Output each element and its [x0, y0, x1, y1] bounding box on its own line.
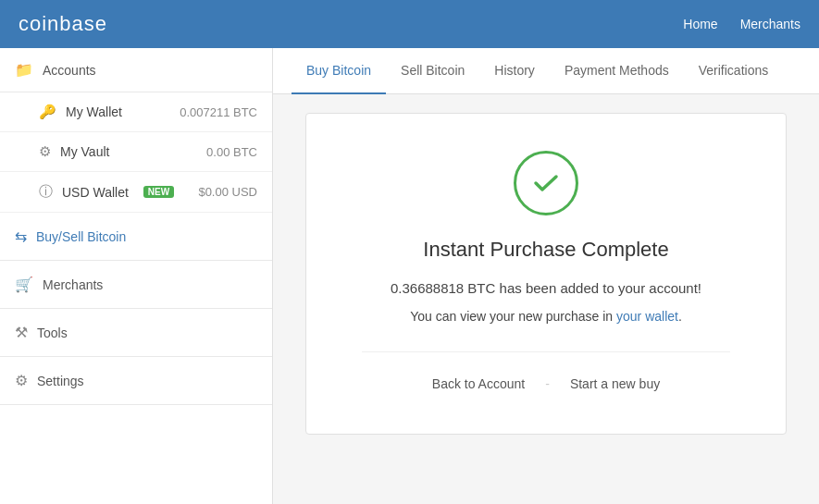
settings-icon: ⚙ [15, 372, 28, 389]
back-to-account-button[interactable]: Back to Account [423, 371, 534, 397]
sidebar-item-tools[interactable]: ⚒ Tools [0, 309, 272, 357]
usd-wallet-value: $0.00 USD [198, 185, 257, 199]
sidebar-item-vault[interactable]: ⚙ My Vault 0.00 BTC [0, 132, 272, 172]
success-icon [514, 151, 578, 215]
sub-message-end: . [678, 309, 682, 324]
card-message: 0.36688818 BTC has been added to your ac… [362, 278, 730, 300]
card-sub-message: You can view your new purchase in your w… [362, 309, 730, 324]
tab-verifications[interactable]: Verifications [684, 48, 783, 94]
usd-wallet-label: USD Wallet [62, 185, 129, 200]
tab-buy-bitcoin[interactable]: Buy Bitcoin [292, 48, 386, 94]
new-badge: NEW [143, 186, 174, 198]
wallet-label: My Wallet [66, 104, 122, 119]
accounts-label: Accounts [43, 63, 96, 78]
checkmark-icon [529, 166, 563, 200]
vault-icon: ⚙ [39, 143, 51, 160]
sidebar-item-merchants[interactable]: 🛒 Merchants [0, 261, 272, 309]
tab-payment-methods[interactable]: Payment Methods [550, 48, 684, 94]
main-content: Buy Bitcoin Sell Bitcoin History Payment… [273, 48, 819, 504]
settings-label: Settings [37, 374, 84, 388]
sidebar-item-wallet[interactable]: 🔑 My Wallet 0.007211 BTC [0, 92, 272, 132]
buy-sell-label: Buy/Sell Bitcoin [36, 229, 126, 244]
usd-icon: ⓘ [39, 183, 53, 201]
sub-message-text: You can view your new purchase in [410, 309, 616, 324]
start-new-buy-button[interactable]: Start a new buy [561, 371, 669, 397]
sidebar-item-settings[interactable]: ⚙ Settings [0, 357, 272, 405]
sidebar-item-buy-sell[interactable]: ⇆ Buy/Sell Bitcoin [0, 213, 272, 261]
wallet-value: 0.007211 BTC [180, 105, 257, 119]
logo: coinbase [19, 12, 107, 36]
tabs-bar: Buy Bitcoin Sell Bitcoin History Payment… [273, 48, 819, 94]
vault-label: My Vault [60, 144, 109, 159]
sidebar: 📁 Accounts 🔑 My Wallet 0.007211 BTC ⚙ My… [0, 48, 273, 504]
content-area: Instant Purchase Complete 0.36688818 BTC… [273, 94, 819, 504]
sidebar-item-usd-wallet[interactable]: ⓘ USD Wallet NEW $0.00 USD [0, 172, 272, 213]
merchants-label: Merchants [43, 277, 103, 292]
sidebar-accounts-header: 📁 Accounts [0, 48, 272, 92]
vault-value: 0.00 BTC [206, 145, 257, 159]
success-card: Instant Purchase Complete 0.36688818 BTC… [305, 113, 787, 435]
layout: 📁 Accounts 🔑 My Wallet 0.007211 BTC ⚙ My… [0, 48, 819, 504]
tools-icon: ⚒ [15, 324, 28, 341]
card-title: Instant Purchase Complete [362, 238, 730, 262]
nav-merchants[interactable]: Merchants [740, 17, 800, 31]
tab-sell-bitcoin[interactable]: Sell Bitcoin [386, 48, 479, 94]
nav-home[interactable]: Home [683, 17, 717, 31]
tools-label: Tools [37, 326, 68, 340]
header: coinbase Home Merchants [0, 0, 819, 48]
folder-icon: 📁 [15, 61, 33, 79]
header-nav: Home Merchants [683, 17, 800, 31]
tab-history[interactable]: History [479, 48, 550, 94]
wallet-icon: 🔑 [39, 104, 56, 120]
card-actions: Back to Account - Start a new buy [362, 351, 730, 397]
cart-icon: 🛒 [15, 276, 33, 293]
wallet-link[interactable]: your wallet [616, 309, 678, 324]
action-separator: - [545, 376, 550, 391]
exchange-icon: ⇆ [15, 227, 27, 245]
